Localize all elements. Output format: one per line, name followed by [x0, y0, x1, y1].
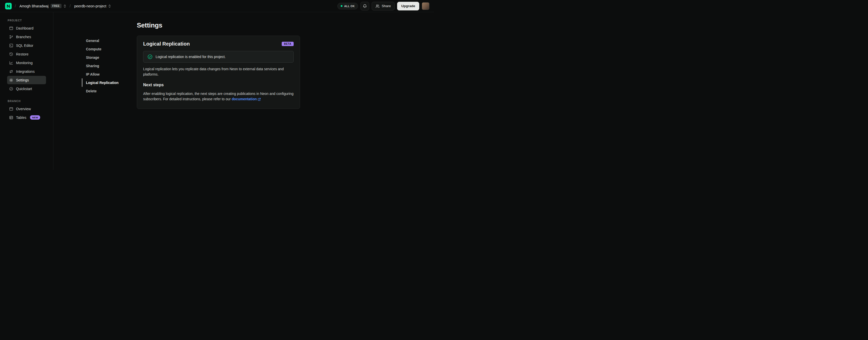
- description-text: Logical replication lets you replicate d…: [143, 67, 293, 77]
- new-badge: NEW: [30, 115, 40, 120]
- settings-column: Settings Logical Replication BETA Logica…: [137, 21, 300, 170]
- settings-nav-general[interactable]: General: [82, 36, 137, 45]
- sidebar-item-label: Branches: [16, 35, 31, 39]
- integrations-icon: [9, 69, 13, 74]
- settings-nav-ip-allow[interactable]: IP Allow: [82, 70, 137, 78]
- project-name: peerdb-neon-project: [74, 4, 106, 8]
- enabled-banner: Logical replication is enabled for this …: [143, 51, 293, 63]
- breadcrumb-project[interactable]: peerdb-neon-project: [74, 3, 111, 9]
- sidebar-item-tables[interactable]: Tables NEW: [7, 113, 46, 122]
- documentation-link[interactable]: documentation: [231, 97, 261, 102]
- notifications-button[interactable]: [361, 2, 369, 10]
- upgrade-label: Upgrade: [401, 4, 415, 8]
- sidebar-item-monitoring[interactable]: Monitoring: [7, 59, 46, 67]
- settings-nav-logical-replication[interactable]: Logical Replication: [82, 78, 137, 87]
- chevron-updown-icon: [108, 4, 111, 8]
- restore-icon: [9, 52, 13, 56]
- breadcrumb-separator: /: [15, 4, 16, 8]
- status-dot-icon: [341, 5, 342, 7]
- user-avatar[interactable]: [422, 2, 429, 10]
- logical-replication-card: Logical Replication BETA Logical replica…: [137, 36, 300, 109]
- next-steps-text: After enabling logical replication, the …: [143, 91, 293, 102]
- gear-icon: [9, 78, 13, 82]
- dashboard-icon: [9, 26, 13, 30]
- sidebar-item-restore[interactable]: Restore: [7, 50, 46, 58]
- status-label: ALL OK: [344, 5, 355, 8]
- sidebar-item-label: Overview: [16, 107, 31, 111]
- card-title: Logical Replication: [143, 41, 190, 47]
- topbar: / Amogh Bharadwaj FREE / peerdb-neon-pro…: [0, 0, 434, 12]
- table-icon: [9, 116, 13, 120]
- sidebar: PROJECT Dashboard Branches: [0, 12, 53, 170]
- sidebar-item-label: Monitoring: [16, 61, 33, 65]
- sidebar-item-branches[interactable]: Branches: [7, 33, 46, 41]
- git-branch-icon: [9, 35, 13, 39]
- app-root: / Amogh Bharadwaj FREE / peerdb-neon-pro…: [0, 0, 434, 170]
- neon-logo[interactable]: [5, 3, 12, 9]
- check-circle-icon: [9, 87, 13, 91]
- settings-nav-storage[interactable]: Storage: [82, 53, 137, 62]
- main-content: General Compute Storage Sharing IP Allow…: [53, 12, 434, 170]
- chevron-updown-icon: [64, 4, 66, 8]
- sidebar-section-branch: BRANCH Overview Tables NEW: [0, 100, 53, 122]
- settings-nav-delete[interactable]: Delete: [82, 87, 137, 95]
- sql-editor-icon: [9, 44, 13, 48]
- sidebar-item-label: Restore: [16, 52, 29, 56]
- sidebar-item-label: Quickstart: [16, 87, 32, 91]
- next-steps-heading: Next steps: [143, 83, 293, 87]
- sidebar-item-label: Tables: [16, 116, 26, 120]
- settings-nav: General Compute Storage Sharing IP Allow…: [82, 36, 137, 170]
- sidebar-item-quickstart[interactable]: Quickstart: [7, 84, 46, 93]
- sidebar-item-label: Integrations: [16, 69, 35, 74]
- sidebar-item-settings[interactable]: Settings: [7, 76, 46, 84]
- body: PROJECT Dashboard Branches: [0, 12, 434, 170]
- org-plan-badge: FREE: [51, 4, 62, 8]
- overview-icon: [9, 107, 13, 111]
- share-label: Share: [382, 4, 391, 8]
- sidebar-section-project: PROJECT Dashboard Branches: [0, 19, 53, 93]
- sidebar-item-dashboard[interactable]: Dashboard: [7, 24, 46, 32]
- breadcrumb-org[interactable]: Amogh Bharadwaj FREE: [19, 3, 66, 9]
- bell-icon: [363, 4, 367, 8]
- card-header: Logical Replication BETA: [143, 41, 293, 47]
- users-icon: [375, 4, 380, 8]
- monitoring-icon: [9, 61, 13, 65]
- settings-nav-compute[interactable]: Compute: [82, 45, 137, 53]
- page-title: Settings: [137, 21, 300, 29]
- sidebar-item-label: Dashboard: [16, 26, 34, 30]
- sidebar-item-sql-editor[interactable]: SQL Editor: [7, 41, 46, 50]
- sidebar-item-integrations[interactable]: Integrations: [7, 67, 46, 76]
- breadcrumb-separator: /: [70, 4, 71, 8]
- status-pill[interactable]: ALL OK: [337, 3, 358, 9]
- check-circle-icon: [148, 54, 153, 59]
- org-name: Amogh Bharadwaj: [19, 4, 48, 8]
- sidebar-item-label: Settings: [16, 78, 29, 82]
- sidebar-section-label: BRANCH: [8, 100, 53, 103]
- sidebar-item-overview[interactable]: Overview: [7, 105, 46, 113]
- enabled-banner-text: Logical replication is enabled for this …: [156, 55, 226, 59]
- topbar-actions: ALL OK Share Upgrade: [337, 2, 429, 10]
- external-link-icon: [257, 98, 261, 101]
- share-button[interactable]: Share: [372, 2, 395, 10]
- upgrade-button[interactable]: Upgrade: [397, 2, 419, 10]
- sidebar-section-label: PROJECT: [8, 19, 53, 22]
- settings-nav-sharing[interactable]: Sharing: [82, 62, 137, 70]
- neon-logo-icon: [5, 3, 12, 9]
- sidebar-item-label: SQL Editor: [16, 44, 33, 48]
- beta-badge: BETA: [282, 42, 293, 46]
